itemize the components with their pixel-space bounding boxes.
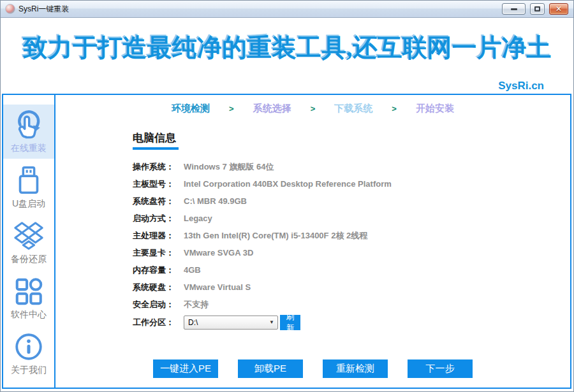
sidebar-item-label: 关于我们 <box>11 365 47 376</box>
next-step-button[interactable]: 下一步 <box>408 359 473 378</box>
info-value: 不支持 <box>184 299 209 310</box>
sidebar: 在线重装U盘启动备份还原软件中心关于我们 <box>3 95 55 388</box>
work-partition-label: 工作分区： <box>133 317 184 328</box>
info-row: 操作系统：Windows 7 旗舰版 64位 <box>133 158 570 175</box>
section-title: 电脑信息 <box>133 132 570 145</box>
main-frame: 在线重装U盘启动备份还原软件中心关于我们 环境检测>系统选择>下载系统>开始安装… <box>2 94 571 389</box>
step-1: 环境检测 <box>172 103 210 115</box>
info-value: Windows 7 旗舰版 64位 <box>184 161 274 173</box>
info-value: VMware Virtual S <box>184 282 251 292</box>
app-window: SysRi一键重装 ✕ 致力于打造最纯净的重装工具,还互联网一片净土 SysRi… <box>0 0 574 392</box>
backup-box-icon <box>13 220 45 252</box>
info-label: 系统盘符： <box>133 196 184 207</box>
action-buttons: 一键进入PE卸载PE重新检测下一步 <box>55 359 570 378</box>
sidebar-item-2[interactable]: U盘启动 <box>3 160 54 214</box>
info-value: 13th Gen Intel(R) Core(TM) i5-13400F 2核 … <box>184 230 367 242</box>
info-label: 安全启动： <box>133 299 184 310</box>
step-separator: > <box>311 104 316 113</box>
info-value: 4GB <box>184 265 201 275</box>
step-separator: > <box>392 104 397 113</box>
minimize-icon <box>511 8 517 10</box>
sidebar-item-label: 在线重装 <box>11 143 47 154</box>
content: 电脑信息 操作系统：Windows 7 旗舰版 64位主板型号：Intel Co… <box>55 95 570 332</box>
info-label: 内存容量： <box>133 265 184 276</box>
maximize-icon <box>534 6 540 11</box>
steps-nav: 环境检测>系统选择>下载系统>开始安装 <box>55 103 570 115</box>
info-value: VMware SVGA 3D <box>184 248 253 258</box>
sidebar-item-label: 软件中心 <box>11 309 47 321</box>
sidebar-item-label: 备份还原 <box>11 254 47 265</box>
info-row: 内存容量：4GB <box>133 261 570 279</box>
close-button[interactable]: ✕ <box>549 3 568 15</box>
sidebar-item-4[interactable]: 软件中心 <box>3 271 54 325</box>
sidebar-item-label: U盘启动 <box>12 198 45 210</box>
partition-select[interactable]: D:\ ▼ <box>184 316 278 330</box>
computer-info-list: 操作系统：Windows 7 旗舰版 64位主板型号：Intel Corpora… <box>133 158 570 313</box>
step-2: 系统选择 <box>253 103 291 115</box>
section-title-underline <box>133 147 179 150</box>
close-icon: ✕ <box>556 5 562 13</box>
banner-slogan: 致力于打造最纯净的重装工具,还互联网一片净土 <box>1 18 573 65</box>
info-label: 操作系统： <box>133 161 184 173</box>
maximize-button[interactable] <box>530 3 545 15</box>
step-separator: > <box>229 104 234 113</box>
info-value: C:\ MBR 49.9GB <box>184 196 247 206</box>
window-controls: ✕ <box>502 3 570 15</box>
info-label: 启动方式： <box>133 213 184 224</box>
info-label: 系统硬盘： <box>133 282 184 293</box>
recheck-button[interactable]: 重新检测 <box>323 359 388 378</box>
refresh-button[interactable]: 刷新 <box>280 315 300 330</box>
work-partition-row: 工作分区： D:\ ▼ 刷新 <box>133 313 570 332</box>
info-circle-icon <box>13 331 45 363</box>
info-row: 系统硬盘：VMware Virtual S <box>133 279 570 296</box>
chevron-down-icon: ▼ <box>269 319 274 325</box>
info-value: Intel Corporation 440BX Desktop Referenc… <box>184 179 392 189</box>
info-row: 主板型号：Intel Corporation 440BX Desktop Ref… <box>133 175 570 192</box>
usb-icon <box>13 164 45 196</box>
info-row: 主处理器：13th Gen Intel(R) Core(TM) i5-13400… <box>133 227 570 244</box>
sidebar-item-5[interactable]: 关于我们 <box>3 326 54 381</box>
apps-grid-icon <box>13 275 45 307</box>
banner: 致力于打造最纯净的重装工具,还互联网一片净土 SysRi.cn <box>1 18 573 94</box>
partition-select-value: D:\ <box>188 318 198 327</box>
sidebar-item-3[interactable]: 备份还原 <box>3 215 54 270</box>
enter-pe-button[interactable]: 一键进入PE <box>153 359 218 378</box>
info-row: 系统盘符：C:\ MBR 49.9GB <box>133 192 570 210</box>
minimize-button[interactable] <box>502 3 526 15</box>
info-row: 主要显卡：VMware SVGA 3D <box>133 244 570 261</box>
info-row: 安全启动：不支持 <box>133 296 570 313</box>
hand-click-icon <box>13 109 45 141</box>
info-row: 启动方式：Legacy <box>133 210 570 227</box>
sidebar-item-1[interactable]: 在线重装 <box>3 105 54 159</box>
info-label: 主要显卡： <box>133 247 184 259</box>
info-label: 主板型号： <box>133 178 184 190</box>
info-label: 主处理器： <box>133 230 184 242</box>
app-logo-icon <box>5 4 15 14</box>
uninstall-pe-button[interactable]: 卸载PE <box>238 359 303 378</box>
titlebar: SysRi一键重装 ✕ <box>1 1 573 18</box>
step-4: 开始安装 <box>416 103 454 115</box>
info-value: Legacy <box>184 214 212 223</box>
banner-site-label: SysRi.cn <box>498 80 544 92</box>
window-title: SysRi一键重装 <box>18 4 502 15</box>
step-3: 下载系统 <box>334 103 372 115</box>
main-panel: 环境检测>系统选择>下载系统>开始安装 电脑信息 操作系统：Windows 7 … <box>55 95 570 388</box>
